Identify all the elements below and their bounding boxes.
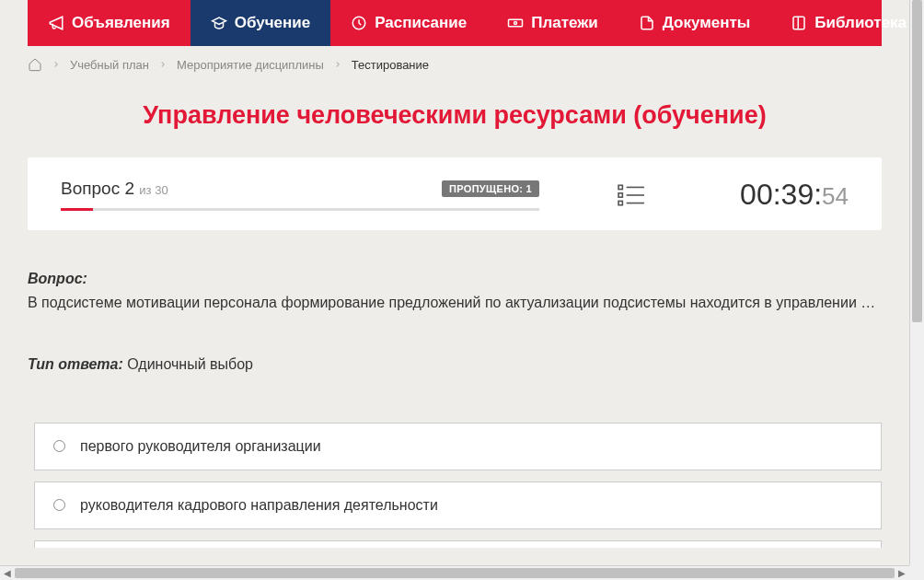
nav-item-documents[interactable]: Документы bbox=[618, 0, 771, 46]
page-title: Управление человеческими ресурсами (обуч… bbox=[28, 101, 882, 130]
document-icon bbox=[639, 15, 655, 31]
answer-type-label: Тип ответа: bbox=[28, 356, 123, 372]
nav-item-schedule[interactable]: Расписание bbox=[330, 0, 487, 46]
vertical-scrollbar-thumb[interactable] bbox=[912, 0, 922, 322]
answer-type-value: Одиночный выбор bbox=[127, 356, 253, 372]
radio-icon bbox=[53, 440, 65, 452]
answer-option[interactable]: первого руководителя организации bbox=[34, 423, 882, 470]
progress-bar bbox=[61, 208, 539, 211]
progress-fill bbox=[61, 208, 93, 211]
answers-list: первого руководителя организации руковод… bbox=[34, 423, 882, 529]
top-navigation: Объявления Обучение Расписание Платежи Д… bbox=[28, 0, 882, 46]
nav-item-education[interactable]: Обучение bbox=[191, 0, 330, 46]
banknote-icon bbox=[507, 15, 524, 31]
home-icon[interactable] bbox=[28, 57, 42, 72]
vertical-scrollbar[interactable] bbox=[909, 0, 924, 565]
question-list-icon[interactable] bbox=[618, 183, 645, 207]
horizontal-scrollbar-track[interactable] bbox=[15, 566, 895, 580]
chevron-right-icon bbox=[52, 60, 61, 69]
nav-item-payments[interactable]: Платежи bbox=[487, 0, 618, 46]
question-text: В подсистеме мотивации персонала формиро… bbox=[28, 291, 882, 315]
chevron-right-icon bbox=[333, 60, 342, 69]
scrollbar-corner bbox=[909, 565, 924, 580]
question-label: Вопрос: bbox=[28, 271, 87, 286]
skipped-badge: ПРОПУЩЕНО: 1 bbox=[442, 180, 539, 197]
graduation-cap-icon bbox=[211, 15, 227, 31]
horizontal-scrollbar-thumb[interactable] bbox=[15, 568, 895, 578]
answer-text: руководителя кадрового направления деяте… bbox=[80, 497, 438, 514]
timer: 00:39:54 bbox=[740, 178, 849, 212]
nav-label: Платежи bbox=[531, 14, 598, 32]
nav-label: Обучение bbox=[235, 14, 310, 32]
book-icon bbox=[791, 15, 807, 31]
question-counter: Вопрос 2 из 30 bbox=[61, 179, 168, 199]
nav-item-adverts[interactable]: Объявления bbox=[28, 0, 191, 46]
nav-label: Расписание bbox=[375, 14, 467, 32]
scroll-left-arrow-icon[interactable]: ◀ bbox=[0, 566, 15, 581]
nav-label: Библиотека bbox=[814, 14, 907, 32]
breadcrumb-study-plan[interactable]: Учебный план bbox=[70, 58, 149, 72]
svg-rect-1 bbox=[509, 19, 523, 27]
svg-rect-5 bbox=[618, 192, 622, 196]
status-panel: Вопрос 2 из 30 ПРОПУЩЕНО: 1 00:39:54 bbox=[28, 157, 882, 230]
clock-icon bbox=[351, 15, 367, 31]
svg-rect-7 bbox=[618, 201, 622, 204]
megaphone-icon bbox=[48, 15, 64, 31]
breadcrumb: Учебный план Мероприятие дисциплины Тест… bbox=[28, 46, 882, 83]
question-progress: Вопрос 2 из 30 ПРОПУЩЕНО: 1 bbox=[61, 179, 539, 211]
answer-option-partial bbox=[34, 540, 882, 548]
breadcrumb-testing: Тестирование bbox=[352, 58, 429, 72]
answer-text: первого руководителя организации bbox=[80, 438, 321, 455]
nav-label: Объявления bbox=[72, 14, 170, 32]
svg-rect-3 bbox=[618, 185, 622, 189]
radio-icon bbox=[53, 499, 65, 511]
nav-label: Документы bbox=[663, 14, 751, 32]
timer-seconds: 54 bbox=[822, 182, 849, 211]
breadcrumb-discipline-event[interactable]: Мероприятие дисциплины bbox=[177, 58, 324, 72]
horizontal-scrollbar[interactable]: ◀ ▶ bbox=[0, 565, 909, 580]
nav-item-library[interactable]: Библиотека bbox=[770, 0, 909, 46]
svg-point-2 bbox=[514, 22, 517, 25]
question-section: Вопрос: В подсистеме мотивации персонала… bbox=[28, 267, 882, 377]
scroll-right-arrow-icon[interactable]: ▶ bbox=[895, 566, 909, 581]
timer-main: 00:39: bbox=[740, 178, 822, 212]
chevron-right-icon bbox=[158, 60, 167, 69]
answer-option[interactable]: руководителя кадрового направления деяте… bbox=[34, 481, 882, 529]
